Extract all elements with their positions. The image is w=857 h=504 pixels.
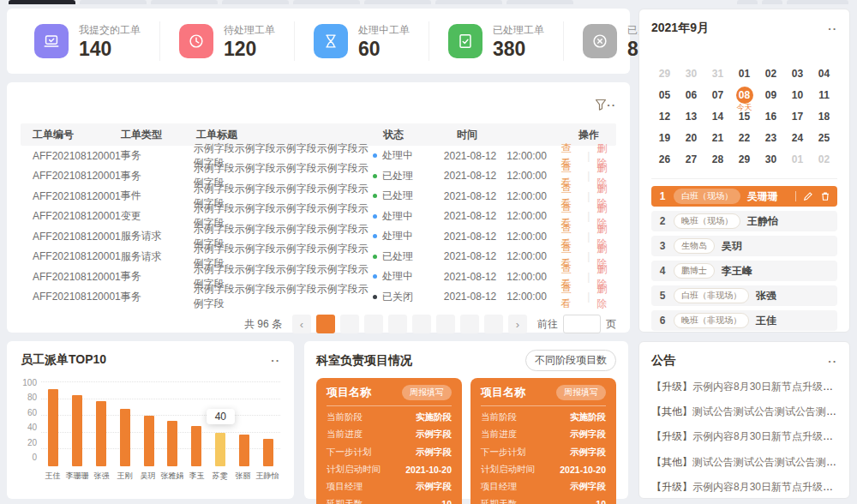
day-number: 31 bbox=[710, 65, 727, 82]
workorder-clock: 12:00:00 bbox=[506, 231, 547, 243]
shift-tag: 白班（现场） bbox=[674, 189, 740, 204]
announcements-more-icon[interactable]: ·· bbox=[828, 355, 837, 368]
tab-stub[interactable] bbox=[151, 0, 218, 4]
stage-count-button[interactable]: 不同阶段项目数 bbox=[525, 350, 616, 371]
chart-more-icon[interactable]: ·· bbox=[271, 354, 280, 367]
calendar-day[interactable]: 29 今天 bbox=[731, 148, 758, 170]
schedule-row[interactable]: 5 白班（非现场） 张强 bbox=[651, 285, 837, 306]
calendar-day[interactable]: 15 今天 bbox=[731, 105, 758, 127]
calendar-day[interactable]: 30 今天 bbox=[758, 148, 784, 170]
calendar-day[interactable]: 06 今天 bbox=[678, 84, 704, 105]
announcement-item[interactable]: 【其他】测试公告测试公告测试公告测试公告测试公告 bbox=[651, 455, 837, 470]
calendar-day[interactable]: 23 今天 bbox=[758, 127, 784, 148]
calendar-day[interactable]: 31 今天 bbox=[704, 63, 731, 84]
calendar-day[interactable]: 27 今天 bbox=[678, 148, 704, 170]
filter-icon[interactable] bbox=[595, 99, 607, 111]
person-name: 王静怡 bbox=[747, 214, 778, 229]
day-number: 22 bbox=[736, 129, 753, 147]
calendar-day[interactable]: 18 今天 bbox=[811, 105, 837, 127]
calendar-day[interactable]: 29 今天 bbox=[651, 63, 678, 84]
table-more-icon[interactable]: ·· bbox=[607, 99, 616, 111]
weekly-report-badge[interactable]: 周报填写 bbox=[556, 385, 606, 400]
calendar-day[interactable]: 11 今天 bbox=[811, 84, 837, 105]
trash-icon[interactable] bbox=[820, 191, 830, 201]
calendar-day[interactable]: 28 今天 bbox=[704, 148, 731, 170]
calendar-day[interactable]: 01 今天 bbox=[784, 148, 811, 170]
toolbar-stub[interactable] bbox=[737, 0, 758, 4]
toolbar-stub[interactable] bbox=[762, 0, 782, 4]
calendar-day[interactable]: 02 今天 bbox=[758, 63, 784, 84]
page-button[interactable] bbox=[460, 315, 479, 333]
field-value: 示例字段 bbox=[570, 429, 606, 441]
field-value: 示例字段 bbox=[416, 481, 452, 493]
page-button[interactable] bbox=[316, 315, 335, 333]
page-button[interactable] bbox=[484, 315, 503, 333]
calendar-day[interactable]: 24 今天 bbox=[784, 127, 811, 148]
stat-label: 处理中工单 bbox=[358, 23, 410, 38]
weekday-label bbox=[651, 42, 678, 63]
workorder-clock: 12:00:00 bbox=[506, 271, 547, 283]
shift-tag: 晚班（非现场） bbox=[674, 313, 749, 328]
stat-label: 待处理工单 bbox=[224, 23, 275, 38]
calendar-day[interactable]: 07 今天 bbox=[704, 84, 731, 105]
next-page-button[interactable]: › bbox=[508, 315, 527, 333]
calendar-day[interactable]: 12 今天 bbox=[651, 105, 678, 127]
calendar-day[interactable]: 30 今天 bbox=[678, 63, 704, 84]
calendar-day[interactable]: 05 今天 bbox=[651, 84, 678, 105]
announcement-item[interactable]: 【升级】示例内容8月30日新节点升级计划通知 bbox=[651, 429, 837, 444]
bar-column bbox=[161, 382, 185, 466]
calendar-day[interactable]: 04 今天 bbox=[811, 63, 837, 84]
page-button[interactable] bbox=[436, 315, 455, 333]
tab-stub[interactable] bbox=[435, 0, 502, 4]
field-label: 项目经理 bbox=[481, 481, 517, 493]
goto-page-input[interactable] bbox=[563, 315, 601, 333]
weekly-report-badge[interactable]: 周报填写 bbox=[402, 385, 452, 400]
workorder-status: 处理中 bbox=[373, 209, 444, 224]
page-button[interactable] bbox=[412, 315, 431, 333]
edit-icon[interactable] bbox=[803, 191, 813, 201]
project-field: 项目经理 示例字段 bbox=[481, 481, 606, 493]
calendar-day[interactable]: 26 今天 bbox=[651, 148, 678, 170]
schedule-row[interactable]: 2 晚班（现场） 王静怡 bbox=[651, 211, 837, 231]
page-button[interactable] bbox=[388, 315, 407, 333]
calendar-day[interactable]: 09 今天 bbox=[758, 84, 784, 105]
calendar-day[interactable]: 08 今天 bbox=[731, 84, 758, 105]
tab-stub[interactable] bbox=[222, 0, 289, 4]
workorder-id: AFF202108120001 bbox=[21, 271, 121, 283]
prev-page-button[interactable]: ‹ bbox=[292, 315, 311, 333]
tab-stub[interactable] bbox=[364, 0, 431, 4]
announcement-item[interactable]: 【其他】测试公告测试公告测试公告测试公告测试公告 bbox=[651, 405, 837, 419]
tab-stub[interactable] bbox=[293, 0, 360, 4]
calendar-day[interactable]: 22 今天 bbox=[731, 127, 758, 148]
delete-link[interactable]: 删除 bbox=[596, 282, 616, 311]
announcement-item[interactable]: 【升级】示例内容8月30日新节点升级计划通知 bbox=[651, 480, 837, 495]
calendar-day[interactable]: 19 今天 bbox=[651, 127, 678, 148]
calendar-day[interactable]: 25 今天 bbox=[811, 127, 837, 148]
page-button[interactable] bbox=[364, 315, 383, 333]
active-tab-stub[interactable] bbox=[9, 0, 75, 4]
calendar-day[interactable]: 02 今天 bbox=[811, 148, 837, 170]
calendar-day[interactable]: 01 今天 bbox=[731, 63, 758, 84]
calendar-day[interactable]: 16 今天 bbox=[758, 105, 784, 127]
calendar-day[interactable]: 10 今天 bbox=[784, 84, 811, 105]
calendar-day[interactable]: 14 今天 bbox=[704, 105, 731, 127]
field-value: 实施阶段 bbox=[570, 411, 606, 423]
calendar-day[interactable]: 13 今天 bbox=[678, 105, 704, 127]
calendar-day[interactable]: 21 今天 bbox=[704, 127, 731, 148]
announcement-item[interactable]: 【升级】示例内容8月30日新节点升级计划通知 bbox=[651, 380, 837, 394]
workorder-time: 2021-08-12 12:00:00 bbox=[444, 170, 561, 182]
schedule-row[interactable]: 4 鹏博士 李王峰 bbox=[651, 261, 837, 281]
view-link[interactable]: 查看 bbox=[560, 282, 580, 311]
tab-stub[interactable] bbox=[80, 0, 147, 4]
calendar-day[interactable]: 03 今天 bbox=[784, 63, 811, 84]
schedule-row[interactable]: 3 生物岛 吴玥 bbox=[651, 236, 837, 256]
toolbar-stub[interactable] bbox=[787, 0, 848, 4]
calendar-day[interactable]: 20 今天 bbox=[678, 127, 704, 148]
calendar-day[interactable]: 17 今天 bbox=[784, 105, 811, 127]
tab-stub[interactable] bbox=[506, 0, 573, 4]
calendar-more-icon[interactable]: ·· bbox=[828, 22, 837, 35]
page-button[interactable] bbox=[340, 315, 359, 333]
schedule-row[interactable]: 1 白班（现场） 吴珊珊 bbox=[651, 186, 837, 207]
stat-value: 140 bbox=[79, 39, 141, 59]
schedule-row[interactable]: 6 晚班（非现场） 王佳 bbox=[651, 310, 837, 331]
